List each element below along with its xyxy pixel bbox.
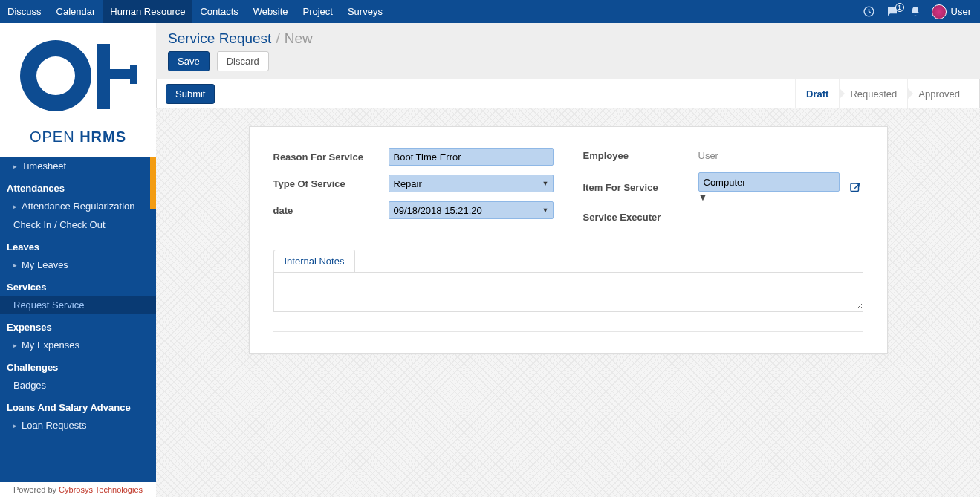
chevron-down-icon: ▼ xyxy=(698,192,708,203)
breadcrumb-current: New xyxy=(285,30,313,47)
status-step-requested[interactable]: Requested xyxy=(839,79,907,108)
action-row: Save Discard xyxy=(156,51,980,79)
top-nav: Discuss Calendar Human Resource Contacts… xyxy=(0,0,980,23)
status-step-draft[interactable]: Draft xyxy=(795,79,839,108)
sidebar-item-checkin[interactable]: Check In / Check Out xyxy=(0,215,156,234)
input-date[interactable] xyxy=(389,201,554,219)
logo-text: OPEN HRMS xyxy=(0,129,156,146)
value-employee: User xyxy=(698,148,863,163)
sidebar-section-loans: Loans And Salary Advance xyxy=(0,394,156,416)
label-employee: Employee xyxy=(583,150,698,161)
chat-badge: 1 xyxy=(895,3,904,12)
sidebar-item-timesheet[interactable]: ▸Timesheet xyxy=(0,157,156,175)
main: Service Request / New Save Discard Submi… xyxy=(156,23,980,497)
sidebar-item-request-service[interactable]: Request Service xyxy=(0,296,156,314)
input-reason[interactable] xyxy=(389,148,554,166)
sidebar-item-my-expenses[interactable]: ▸My Expenses xyxy=(0,336,156,354)
nav-contacts[interactable]: Contacts xyxy=(192,0,245,23)
form-card: Reason For Service Type Of Service ▼ dat… xyxy=(249,126,888,354)
tabs: Internal Notes xyxy=(273,250,863,312)
status-bar: Submit Draft Requested Approved xyxy=(156,79,980,108)
logo-icon xyxy=(15,35,141,124)
status-steps: Draft Requested Approved xyxy=(795,79,970,108)
sidebar-section-challenges: Challenges xyxy=(0,354,156,376)
sidebar-section-leaves: Leaves xyxy=(0,234,156,256)
breadcrumb: Service Request / New xyxy=(156,23,980,51)
nav-human-resource[interactable]: Human Resource xyxy=(103,0,192,23)
nav-calendar[interactable]: Calendar xyxy=(49,0,103,23)
breadcrumb-root[interactable]: Service Request xyxy=(168,30,271,47)
avatar xyxy=(932,4,947,19)
clock-icon[interactable] xyxy=(863,5,875,18)
svg-point-2 xyxy=(36,56,75,95)
svg-rect-5 xyxy=(130,65,137,84)
label-executer: Service Executer xyxy=(583,212,698,223)
divider xyxy=(273,331,863,332)
sidebar: OPEN HRMS ▸Timesheet Attendances ▸Attend… xyxy=(0,23,156,497)
footer-brand-link[interactable]: Cybrosys Technologies xyxy=(59,485,143,494)
select-type[interactable] xyxy=(389,175,554,192)
top-nav-right: 1 User xyxy=(863,0,980,23)
label-item: Item For Service xyxy=(583,182,698,193)
scroll-indicator xyxy=(150,157,156,209)
svg-rect-6 xyxy=(851,183,859,192)
submit-button[interactable]: Submit xyxy=(166,84,215,104)
nav-surveys[interactable]: Surveys xyxy=(340,0,390,23)
sidebar-item-attendance-reg[interactable]: ▸Attendance Regularization xyxy=(0,197,156,215)
input-item[interactable] xyxy=(698,172,840,192)
user-menu[interactable]: User xyxy=(932,4,971,19)
tab-internal-notes[interactable]: Internal Notes xyxy=(273,250,356,272)
discard-button[interactable]: Discard xyxy=(217,51,269,71)
sidebar-item-badges[interactable]: Badges xyxy=(0,376,156,394)
label-type: Type Of Service xyxy=(273,178,389,189)
content-area: Reason For Service Type Of Service ▼ dat… xyxy=(156,108,980,497)
top-nav-left: Discuss Calendar Human Resource Contacts… xyxy=(0,0,390,23)
menu: ▸Timesheet Attendances ▸Attendance Regul… xyxy=(0,157,156,482)
sidebar-item-loan-requests[interactable]: ▸Loan Requests xyxy=(0,416,156,435)
save-button[interactable]: Save xyxy=(168,51,210,71)
external-link-icon[interactable] xyxy=(847,180,863,196)
label-date: date xyxy=(273,205,389,216)
status-step-approved[interactable]: Approved xyxy=(907,79,970,108)
sidebar-item-my-leaves[interactable]: ▸My Leaves xyxy=(0,256,156,274)
svg-rect-3 xyxy=(97,44,110,109)
bell-icon[interactable] xyxy=(909,6,921,18)
chat-icon[interactable]: 1 xyxy=(886,5,899,19)
value-executer xyxy=(698,215,863,220)
nav-discuss[interactable]: Discuss xyxy=(0,0,49,23)
breadcrumb-sep: / xyxy=(276,30,279,47)
textarea-internal-notes[interactable] xyxy=(274,273,863,310)
footer: Powered by Cybrosys Technologies xyxy=(0,482,156,497)
svg-rect-4 xyxy=(110,69,132,79)
sidebar-section-services: Services xyxy=(0,274,156,296)
sidebar-section-attendances: Attendances xyxy=(0,175,156,197)
nav-website[interactable]: Website xyxy=(246,0,296,23)
nav-project[interactable]: Project xyxy=(295,0,340,23)
sidebar-section-expenses: Expenses xyxy=(0,314,156,336)
label-reason: Reason For Service xyxy=(273,152,389,163)
logo: OPEN HRMS xyxy=(0,23,156,157)
user-name: User xyxy=(951,6,971,17)
